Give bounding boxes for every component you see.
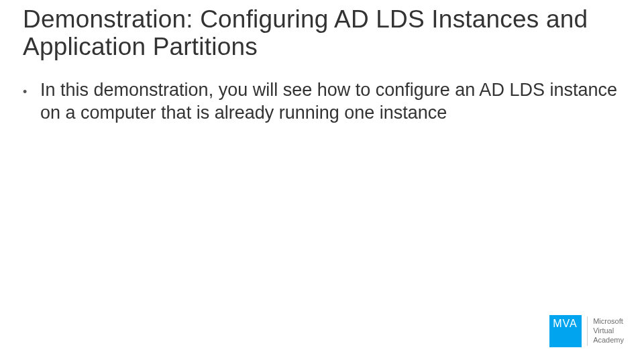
- mva-wordmark: Microsoft Virtual Academy: [587, 316, 624, 346]
- mva-logo: MVA Microsoft Virtual Academy: [549, 315, 624, 347]
- bullet-dot-icon: •: [23, 79, 40, 103]
- mva-line3: Academy: [593, 336, 624, 345]
- slide-body: • In this demonstration, you will see ho…: [23, 79, 617, 125]
- mva-line1: Microsoft: [593, 317, 624, 326]
- bullet-item: • In this demonstration, you will see ho…: [23, 79, 617, 125]
- mva-badge: MVA: [549, 315, 582, 347]
- bullet-text: In this demonstration, you will see how …: [40, 79, 617, 125]
- mva-line2: Virtual: [593, 326, 624, 336]
- slide-title: Demonstration: Configuring AD LDS Instan…: [23, 5, 617, 61]
- slide: Demonstration: Configuring AD LDS Instan…: [0, 0, 644, 362]
